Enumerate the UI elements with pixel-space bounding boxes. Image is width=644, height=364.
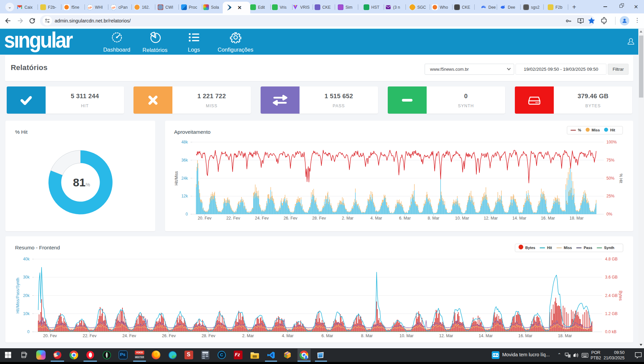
svg-text:36k: 36k xyxy=(181,158,188,163)
svg-text:20. Fev: 20. Fev xyxy=(198,216,212,221)
svg-text:22. Fev: 22. Fev xyxy=(83,333,97,338)
svg-text:0%: 0% xyxy=(606,212,612,217)
svg-text:48k: 48k xyxy=(181,140,188,144)
svg-text:20. Fev: 20. Fev xyxy=(43,333,57,338)
svg-text:24. Fev: 24. Fev xyxy=(122,333,137,338)
svg-text:2. Mar: 2. Mar xyxy=(342,216,354,221)
svg-text:Hit/Miss: Hit/Miss xyxy=(174,171,179,186)
svg-text:3.6 GB: 3.6 GB xyxy=(605,275,618,280)
svg-text:6. Mar: 6. Mar xyxy=(321,333,333,338)
svg-text:8. Mar: 8. Mar xyxy=(361,333,373,338)
svg-text:0: 0 xyxy=(27,329,30,334)
svg-text:10. Mar: 10. Mar xyxy=(399,333,414,338)
svg-text:18. Mar: 18. Mar xyxy=(558,333,572,338)
svg-text:30k: 30k xyxy=(23,275,30,280)
svg-text:12k: 12k xyxy=(181,194,188,198)
svg-text:12. Mar: 12. Mar xyxy=(439,333,453,338)
svg-text:100%: 100% xyxy=(606,140,617,144)
svg-text:50%: 50% xyxy=(606,176,614,181)
svg-text:8. Mar: 8. Mar xyxy=(428,216,439,221)
svg-text:26. Fev: 26. Fev xyxy=(283,216,298,221)
svg-text:81%: 81% xyxy=(73,176,90,189)
svg-text:14. Mar: 14. Mar xyxy=(479,333,493,338)
svg-text:16. Mar: 16. Mar xyxy=(518,333,532,338)
svg-text:0.0 kB: 0.0 kB xyxy=(605,329,616,334)
svg-text:75%: 75% xyxy=(606,158,614,163)
svg-text:10. Mar: 10. Mar xyxy=(455,216,469,221)
svg-text:24k: 24k xyxy=(181,176,188,181)
svg-text:18. Mar: 18. Mar xyxy=(570,216,584,221)
svg-text:2.4 GB: 2.4 GB xyxy=(605,293,618,298)
svg-text:Hit/Miss/Pass/Synth: Hit/Miss/Pass/Synth xyxy=(15,278,20,314)
svg-text:26. Fev: 26. Fev xyxy=(162,333,176,338)
svg-text:6. Mar: 6. Mar xyxy=(399,216,411,221)
svg-text:2. Mar: 2. Mar xyxy=(242,333,254,338)
svg-text:C: C xyxy=(220,352,223,357)
svg-text:4.8 GB: 4.8 GB xyxy=(605,257,618,261)
svg-text:1.2 GB: 1.2 GB xyxy=(605,311,618,316)
svg-text:24. Fev: 24. Fev xyxy=(255,216,269,221)
svg-text:% Hit: % Hit xyxy=(619,174,623,183)
svg-text:12. Mar: 12. Mar xyxy=(484,216,498,221)
svg-text:4. Mar: 4. Mar xyxy=(370,216,382,221)
svg-text:20k: 20k xyxy=(23,293,30,298)
svg-text:22. Fev: 22. Fev xyxy=(226,216,240,221)
svg-text:40k: 40k xyxy=(23,257,30,261)
svg-text:10k: 10k xyxy=(23,311,30,316)
svg-text:16. Mar: 16. Mar xyxy=(541,216,555,221)
svg-text:28. Fev: 28. Fev xyxy=(202,333,216,338)
svg-text:14. Mar: 14. Mar xyxy=(512,216,526,221)
svg-text:28. Fev: 28. Fev xyxy=(312,216,326,221)
svg-text:Bytes: Bytes xyxy=(618,291,623,301)
svg-text:25%: 25% xyxy=(606,194,614,198)
svg-text:4. Mar: 4. Mar xyxy=(282,333,293,338)
svg-text:0: 0 xyxy=(185,212,188,217)
